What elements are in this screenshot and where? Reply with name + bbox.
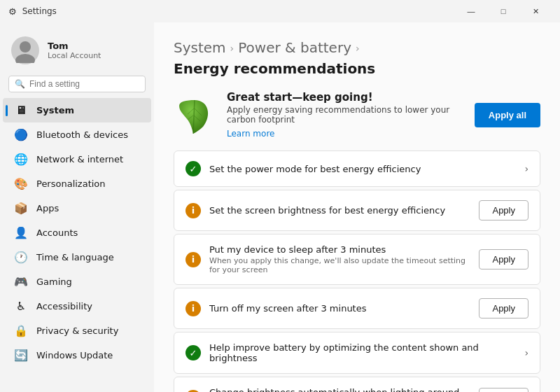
nav-label-gaming: Gaming — [36, 276, 72, 287]
nav-label-personalization: Personalization — [36, 178, 106, 189]
nav-icon-gaming: 🎮 — [14, 275, 28, 288]
rec-label-battery-optimize: Help improve battery by optimizing the c… — [209, 342, 516, 363]
breadcrumb-system[interactable]: System — [174, 39, 226, 56]
title-bar-controls: — □ ✕ — [455, 0, 552, 22]
rec-label-power-mode: Set the power mode for best energy effic… — [209, 164, 516, 174]
learn-more-link[interactable]: Learn more — [227, 129, 274, 139]
apply-button-screen-brightness[interactable]: Apply — [479, 200, 528, 220]
close-button[interactable]: ✕ — [519, 0, 552, 22]
search-icon: 🔍 — [15, 79, 25, 89]
sidebar-item-apps[interactable]: 📦Apps — [3, 196, 151, 220]
nav-icon-bluetooth: 🔵 — [14, 128, 28, 141]
nav-icon-time: 🕐 — [14, 251, 28, 264]
energy-header-title: Great start—keep going! — [227, 91, 463, 104]
settings-icon: ⚙ — [8, 6, 17, 17]
rec-label-auto-brightness: Change brightness automatically when lig… — [209, 387, 470, 392]
rec-text-screen-off: Turn off my screen after 3 minutes — [209, 303, 470, 314]
apply-button-sleep[interactable]: Apply — [479, 249, 528, 270]
nav-label-network: Network & internet — [36, 154, 123, 164]
breadcrumb-sep-1: › — [230, 43, 234, 54]
apply-button-screen-off[interactable]: Apply — [479, 298, 528, 318]
sidebar-item-windows-update[interactable]: 🔄Windows Update — [3, 343, 151, 368]
nav-icon-accessibility: ♿ — [14, 300, 28, 313]
nav-list: 🖥System🔵Bluetooth & devices🌐Network & in… — [0, 98, 154, 368]
rec-text-power-mode: Set the power mode for best energy effic… — [209, 164, 516, 174]
breadcrumb-current: Energy recommendations — [174, 60, 375, 77]
breadcrumb: System › Power & battery › Energy recomm… — [174, 39, 540, 77]
chevron-icon-battery-optimize: › — [524, 347, 528, 358]
rec-sublabel-sleep: When you apply this change, we'll also u… — [209, 256, 470, 274]
nav-label-privacy: Privacy & security — [36, 326, 118, 336]
breadcrumb-power[interactable]: Power & battery — [238, 39, 351, 56]
nav-icon-personalization: 🎨 — [14, 177, 28, 190]
apply-all-button[interactable]: Apply all — [475, 103, 540, 127]
minimize-button[interactable]: — — [455, 0, 487, 22]
nav-label-accessibility: Accessibility — [36, 301, 92, 312]
sidebar-item-time[interactable]: 🕐Time & language — [3, 245, 151, 270]
apply-button-auto-brightness[interactable]: Apply — [479, 388, 528, 393]
app-container: Tom Local Account 🔍 🖥System🔵Bluetooth & … — [0, 22, 560, 392]
nav-icon-privacy: 🔒 — [14, 324, 28, 337]
user-account-type: Local Account — [48, 51, 101, 60]
user-profile: Tom Local Account — [0, 28, 154, 76]
rec-icon-screen-brightness: i — [186, 203, 201, 218]
rec-icon-power-mode: ✓ — [186, 161, 201, 176]
sidebar-item-network[interactable]: 🌐Network & internet — [3, 147, 151, 172]
sidebar-item-privacy[interactable]: 🔒Privacy & security — [3, 318, 151, 343]
rec-label-sleep: Put my device to sleep after 3 minutes — [209, 244, 470, 255]
sidebar-item-system[interactable]: 🖥System — [3, 98, 151, 122]
rec-item-auto-brightness: iChange brightness automatically when li… — [174, 377, 540, 392]
rec-item-sleep: iPut my device to sleep after 3 minutesW… — [174, 234, 540, 285]
rec-icon-screen-off: i — [186, 301, 201, 316]
title-bar: ⚙ Settings — □ ✕ — [0, 0, 560, 22]
energy-header: Great start—keep going! Apply energy sav… — [174, 91, 540, 139]
svg-point-0 — [20, 41, 31, 52]
energy-header-desc: Apply energy saving recommendations to l… — [227, 105, 463, 125]
energy-header-text: Great start—keep going! Apply energy sav… — [227, 91, 463, 139]
nav-icon-system: 🖥 — [14, 104, 28, 117]
sidebar-item-gaming[interactable]: 🎮Gaming — [3, 270, 151, 294]
rec-text-battery-optimize: Help improve battery by optimizing the c… — [209, 342, 516, 363]
title-bar-left: ⚙ Settings — [8, 6, 57, 17]
breadcrumb-sep-2: › — [356, 43, 360, 54]
nav-icon-network: 🌐 — [14, 153, 28, 166]
rec-icon-battery-optimize: ✓ — [186, 345, 201, 360]
nav-icon-apps: 📦 — [14, 202, 28, 215]
rec-item-screen-brightness: iSet the screen brightness for best ener… — [174, 190, 540, 231]
recommendations-list: ✓Set the power mode for best energy effi… — [174, 150, 540, 392]
rec-icon-sleep: i — [186, 252, 201, 267]
nav-label-windows-update: Windows Update — [36, 350, 113, 360]
sidebar-item-bluetooth[interactable]: 🔵Bluetooth & devices — [3, 122, 151, 147]
nav-label-accounts: Accounts — [36, 227, 78, 238]
rec-text-auto-brightness: Change brightness automatically when lig… — [209, 387, 470, 392]
title-bar-title: Settings — [22, 6, 57, 16]
sidebar-item-accounts[interactable]: 👤Accounts — [3, 220, 151, 245]
nav-label-time: Time & language — [36, 252, 114, 262]
search-input[interactable] — [29, 79, 139, 89]
user-info: Tom Local Account — [48, 41, 101, 60]
nav-label-apps: Apps — [36, 203, 59, 214]
maximize-button[interactable]: □ — [487, 0, 519, 22]
avatar — [11, 36, 39, 64]
nav-icon-accounts: 👤 — [14, 226, 28, 239]
rec-item-screen-off: iTurn off my screen after 3 minutesApply — [174, 288, 540, 329]
nav-label-bluetooth: Bluetooth & devices — [36, 130, 128, 140]
sidebar-item-personalization[interactable]: 🎨Personalization — [3, 172, 151, 196]
nav-icon-windows-update: 🔄 — [14, 349, 28, 362]
rec-text-screen-brightness: Set the screen brightness for best energ… — [209, 205, 470, 216]
rec-item-power-mode: ✓Set the power mode for best energy effi… — [174, 150, 540, 187]
rec-label-screen-off: Turn off my screen after 3 minutes — [209, 303, 470, 314]
leaf-icon — [174, 94, 216, 136]
rec-label-screen-brightness: Set the screen brightness for best energ… — [209, 205, 470, 216]
main-content: System › Power & battery › Energy recomm… — [154, 22, 560, 392]
sidebar: Tom Local Account 🔍 🖥System🔵Bluetooth & … — [0, 22, 154, 392]
chevron-icon-power-mode: › — [524, 163, 528, 174]
sidebar-item-accessibility[interactable]: ♿Accessibility — [3, 294, 151, 318]
rec-item-battery-optimize: ✓Help improve battery by optimizing the … — [174, 332, 540, 374]
user-name: Tom — [48, 41, 101, 51]
nav-label-system: System — [36, 105, 74, 115]
rec-text-sleep: Put my device to sleep after 3 minutesWh… — [209, 244, 470, 274]
svg-point-1 — [15, 54, 35, 63]
search-box[interactable]: 🔍 — [8, 76, 146, 92]
